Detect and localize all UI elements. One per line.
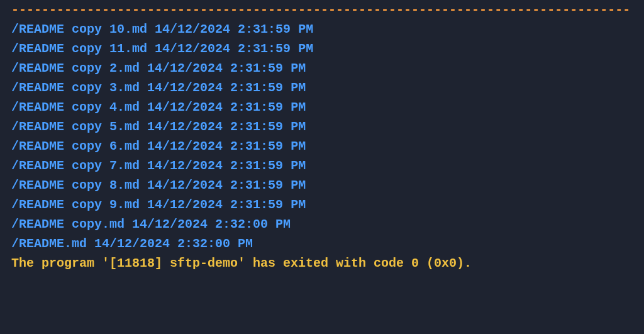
file-entry: /README copy 6.md 14/12/2024 2:31:59 PM [11,136,633,156]
file-entry: /README copy 4.md 14/12/2024 2:31:59 PM [11,97,633,117]
file-entry: /README copy.md 14/12/2024 2:32:00 PM [11,214,633,234]
file-entry: /README copy 3.md 14/12/2024 2:31:59 PM [11,78,633,97]
exit-message: The program '[11818] sftp-demo' has exit… [11,253,633,273]
file-listing: /README copy 10.md 14/12/2024 2:31:59 PM… [11,19,633,253]
file-entry: /README.md 14/12/2024 2:32:00 PM [11,234,633,253]
separator-line: ----------------------------------------… [11,0,633,19]
file-entry: /README copy 8.md 14/12/2024 2:31:59 PM [11,175,633,195]
file-entry: /README copy 9.md 14/12/2024 2:31:59 PM [11,195,633,214]
file-entry: /README copy 7.md 14/12/2024 2:31:59 PM [11,156,633,175]
file-entry: /README copy 11.md 14/12/2024 2:31:59 PM [11,39,633,58]
file-entry: /README copy 10.md 14/12/2024 2:31:59 PM [11,19,633,39]
file-entry: /README copy 5.md 14/12/2024 2:31:59 PM [11,117,633,136]
file-entry: /README copy 2.md 14/12/2024 2:31:59 PM [11,58,633,78]
